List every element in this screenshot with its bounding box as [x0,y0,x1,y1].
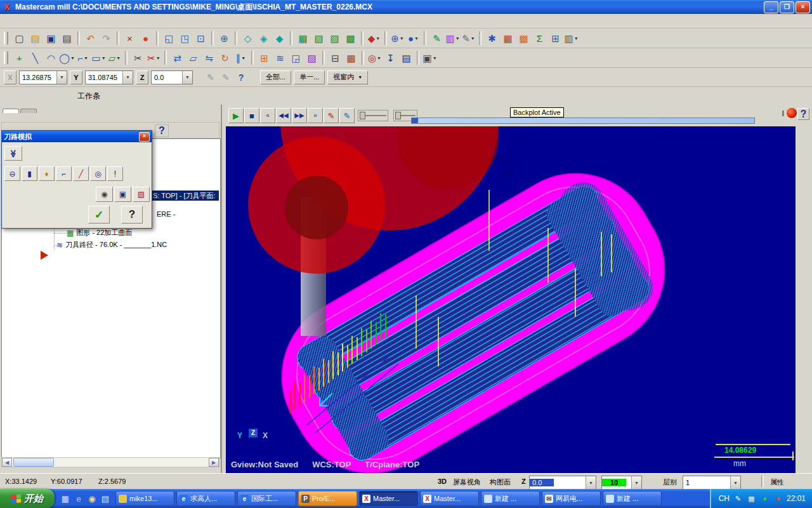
chevron-down-icon[interactable]: ▼ [122,71,133,84]
new-file-icon[interactable]: ▢▼ [11,30,27,46]
autocursor-help-icon[interactable]: ? [235,72,247,83]
task-mastercam-1[interactable]: X Master... [359,491,418,506]
menu-toolpaths[interactable] [84,19,94,23]
horizontal-scrollbar[interactable]: ◀ ▶ [1,457,219,467]
collision-indicator-icon[interactable] [787,108,797,118]
expand-panel-icon[interactable]: ≫ [4,146,22,161]
backplot-step-back-button[interactable]: ◀◀ [276,108,291,123]
open-file-icon[interactable]: ▤▼ [27,30,43,46]
backplot-stop-button[interactable]: ■ [244,108,259,123]
shaded-icon[interactable]: ◆▼ [272,30,287,46]
planes-dropdown[interactable]: ⊕▼ [390,30,405,46]
tray-pen-icon[interactable]: ✎ [733,494,743,504]
tray-messenger-icon[interactable]: ● [773,494,783,504]
menu-xform[interactable] [63,19,74,23]
chevron-down-icon[interactable]: ▼ [631,476,641,489]
status-3d-toggle[interactable]: 3D [438,478,447,485]
mru-dropdown[interactable]: ▥▼ [563,30,579,46]
sim-endpoints-icon[interactable]: ◎ [90,166,106,181]
help-button[interactable]: ? [121,206,143,224]
task-proe[interactable]: P Pro/E... [298,491,357,506]
ok-button[interactable]: ✓ [88,206,110,224]
create-fillet-dropdown[interactable]: ⌐▼ [75,50,91,65]
sim-alert-icon[interactable]: ! [107,166,123,181]
backplot-simulation-dialog[interactable]: 刀路模拟 × ≫ ⊖▮♦⌐╱◎! ◉▣▨ ✓ ? [1,130,152,229]
sketcher-icon[interactable]: ✎▼ [429,30,445,46]
gview-dropdown[interactable]: ◆▼ [366,30,382,46]
backplot-display-options-icon[interactable]: ✎ [324,108,339,123]
menu-file[interactable] [3,19,13,23]
backplot-save-options-icon[interactable]: ✎ [339,108,355,123]
menu-view[interactable] [23,19,33,23]
tree-item-parameters[interactable]: ERE - [157,210,175,218]
status-screen-view-button[interactable]: 屏幕视角 [453,478,481,487]
task-qiugaoren[interactable]: e 求高人... [176,491,235,506]
grid-icon[interactable]: ⊞▼ [547,30,563,46]
status-attributes-button[interactable]: 属性 [770,478,784,487]
create-arc-icon[interactable]: ◠▼ [43,50,59,65]
machine-group-icon[interactable]: ⊟▼ [327,50,343,65]
xform-mirror-icon[interactable]: ⇋▼ [201,50,217,65]
drafting-note-icon[interactable]: ◲▼ [288,50,304,65]
quicklaunch-ie-icon[interactable]: e [73,493,84,504]
xform-translate-icon[interactable]: ⇄▼ [169,50,185,65]
tree-item-geometry[interactable]: ▦ 图形 - 22加工曲面 [67,228,132,237]
panel-splitter[interactable] [222,105,226,473]
y-coordinate-input[interactable]: 31.08745▼ [85,70,133,84]
sim-path-icon[interactable]: ╱ [73,166,89,181]
menu-analyze[interactable] [33,19,43,23]
task-mike13[interactable]: mike13... [115,491,174,506]
gview-top-icon[interactable]: ▦▼ [295,30,311,46]
z-coordinate-input[interactable]: 0.0▼ [151,70,193,84]
status-z-label[interactable]: Z [521,478,526,485]
backplot-play-button[interactable]: ▶ [228,108,244,123]
gview-front-icon[interactable]: ▧▼ [311,30,327,46]
tab-toolpaths[interactable] [3,109,19,113]
close-button[interactable]: × [796,1,810,13]
maximize-button[interactable]: ❐ [780,1,794,13]
snapshot-camera-icon[interactable]: ◉ [96,187,113,202]
menu-settings[interactable] [104,19,114,23]
scroll-left-arrow-icon[interactable]: ◀ [2,458,12,467]
quicklaunch-folder-icon[interactable]: ▤ [100,493,111,504]
status-z-input[interactable]: 0.0 ▼ [529,476,596,490]
tray-antivirus-icon[interactable]: ● [760,494,769,504]
scroll-right-arrow-icon[interactable]: ▶ [209,458,219,467]
xform-copy-icon[interactable]: ▱▼ [185,50,201,65]
tree-item-toolpath-file[interactable]: ≋ 刀具路径 - 76.0K - _______1.NC [56,240,167,250]
scrollbar-thumb[interactable] [13,458,54,467]
hatch-options-icon[interactable]: ▨ [133,187,150,202]
backplot-speed-slider[interactable] [358,110,388,121]
dialog-titlebar[interactable]: 刀路模拟 × [2,131,152,142]
create-line-icon[interactable]: ╲▼ [27,50,43,65]
menu-solids[interactable] [53,19,63,23]
task-mastercam-2[interactable]: X Master... [420,491,479,506]
chevron-down-icon[interactable]: ▼ [730,476,740,489]
sim-holder-icon[interactable]: ♦ [39,166,55,181]
undelete-entity-icon[interactable]: ●▼ [138,30,154,46]
start-button[interactable]: 开始 [0,489,55,508]
select-single-button[interactable]: 单一... [294,70,325,84]
attributes-dropdown[interactable]: ▥▼ [445,30,461,46]
clock[interactable]: 22:01 [787,494,806,503]
task-wangyi[interactable]: ✉ 网易电... [542,491,601,506]
menu-screen[interactable] [94,19,104,23]
status-tolerance-input[interactable]: 10 ▼ [601,476,642,490]
status-cplane-button[interactable]: 构图面 [490,478,511,487]
status-level-input[interactable]: 1 ▼ [683,476,741,490]
zoom-in-out-icon[interactable]: ⊕▼ [216,30,232,46]
repaint-icon[interactable]: ◇▼ [240,30,256,46]
task-xinjian-2[interactable]: 新建 ... [603,491,662,506]
guess-mode-icon[interactable]: ✎ [219,72,232,83]
create-circle-dropdown[interactable]: ◯▼ [59,50,75,65]
graphics-viewport[interactable]: Y Z X Gview:Not SavedWCS:TOPT/Cplane:TOP… [226,126,796,473]
select-all-button[interactable]: 全部... [260,70,291,84]
screen-blank-icon[interactable]: ▩▼ [516,30,532,46]
verify-dropdown[interactable]: ▣▼ [422,50,438,65]
fastpoint-icon[interactable]: ✎ [204,72,217,83]
pen-dropdown[interactable]: ✎▼ [461,30,476,46]
chevron-down-icon[interactable]: ▼ [586,476,596,489]
hatch-icon[interactable]: ▨▼ [304,50,320,65]
undo-icon[interactable]: ↶▼ [82,30,98,46]
quicklaunch-show-desktop-icon[interactable]: ▦ [60,493,71,504]
